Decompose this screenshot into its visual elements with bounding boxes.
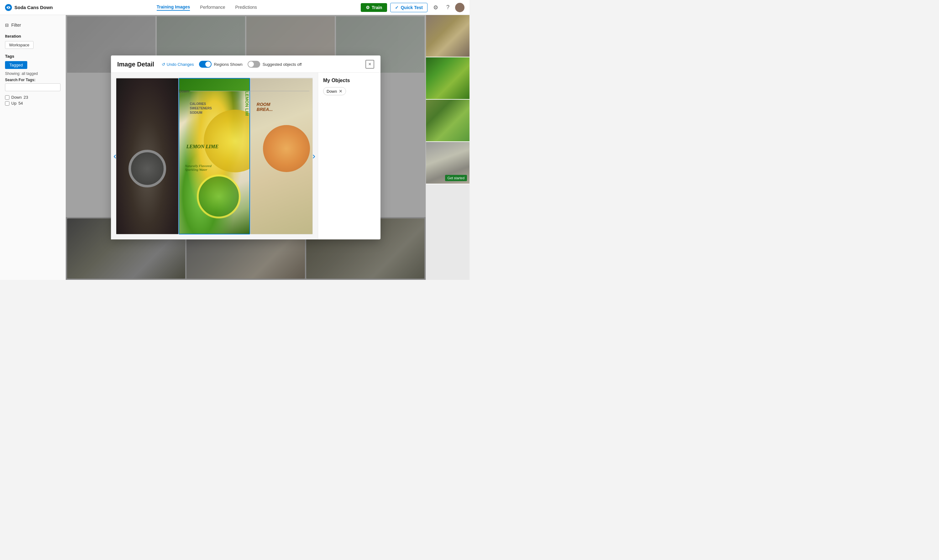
modal-overlay: Image Detail ↺ Undo Changes Regions Show…: [66, 15, 426, 280]
topnav: Soda Cans Down Training Images Performan…: [0, 0, 469, 15]
image-strip: CALORIESSWEETENERSSODIUM LEMON LIME Natu…: [116, 78, 313, 234]
avatar[interactable]: [455, 3, 465, 12]
filter-section[interactable]: ⊟ Filter: [0, 20, 66, 30]
modal-header: Image Detail ↺ Undo Changes Regions Show…: [111, 55, 380, 73]
modal-body: ‹ Down: [111, 73, 380, 239]
suggested-objects-label: Suggested objects off: [263, 62, 302, 67]
tag-label-up: Up: [11, 101, 17, 106]
image-center: CALORIESSWEETENERSSODIUM LEMON LIME Natu…: [179, 78, 250, 234]
image-detail-modal: Image Detail ↺ Undo Changes Regions Show…: [111, 55, 380, 239]
tag-count-up: 54: [18, 101, 23, 106]
image-viewer: Down: [116, 78, 313, 234]
region-label-down: Down: [179, 89, 309, 93]
tag-label-down: Down: [11, 95, 22, 100]
my-objects-panel: My Objects Down ✕: [318, 73, 380, 239]
search-tags-label: Search For Tags:: [5, 78, 60, 82]
modal-image-area: ‹ Down: [111, 73, 318, 239]
help-button[interactable]: ?: [444, 3, 452, 12]
modal-title: Image Detail: [117, 61, 154, 68]
topnav-actions: ⚙ Train ✓ Quick Test ⚙ ?: [361, 3, 465, 12]
right-thumb-1[interactable]: [426, 15, 469, 57]
tab-performance[interactable]: Performance: [200, 5, 225, 10]
objects-panel-title: My Objects: [323, 78, 376, 83]
tagged-button[interactable]: Tagged: [5, 61, 27, 69]
suggested-objects-toggle[interactable]: [248, 61, 260, 68]
object-tag-label: Down: [326, 89, 337, 94]
right-thumb-2[interactable]: [426, 57, 469, 100]
svg-point-1: [8, 7, 9, 8]
content-area: Image Detail ↺ Undo Changes Regions Show…: [66, 15, 426, 280]
get-started-button[interactable]: Get started: [445, 175, 467, 181]
tag-checkbox-down[interactable]: [5, 95, 9, 100]
filter-icon: ⊟: [5, 23, 9, 28]
workspace-button[interactable]: Workspace: [5, 41, 34, 49]
next-image-button[interactable]: ›: [310, 149, 318, 163]
app-logo: Soda Cans Down: [5, 4, 53, 11]
tag-item-up: Up 54: [5, 100, 60, 106]
regions-shown-label: Regions Shown: [214, 62, 243, 67]
image-right: ROOMBREA...: [250, 78, 313, 234]
undo-icon: ↺: [162, 62, 165, 67]
suggested-objects-toggle-group: Suggested objects off: [248, 61, 302, 68]
topnav-links: Training Images Performance Predictions: [57, 5, 357, 11]
regions-shown-toggle[interactable]: [199, 61, 212, 68]
sidebar: ⊟ Filter Iteration Workspace Tags Tagged…: [0, 15, 66, 280]
train-button[interactable]: ⚙ Train: [361, 3, 387, 12]
prev-image-button[interactable]: ‹: [111, 149, 119, 163]
object-tag-down[interactable]: Down ✕: [323, 87, 346, 95]
iteration-section: Iteration Workspace: [0, 30, 66, 50]
tab-predictions[interactable]: Predictions: [235, 5, 257, 10]
tab-training-images[interactable]: Training Images: [157, 5, 190, 11]
iteration-label: Iteration: [5, 34, 60, 38]
main-layout: ⊟ Filter Iteration Workspace Tags Tagged…: [0, 15, 469, 280]
right-thumb-3[interactable]: [426, 100, 469, 142]
tag-count-down: 23: [23, 95, 28, 100]
tags-label: Tags: [5, 54, 60, 58]
search-tags-input[interactable]: [5, 83, 60, 91]
quicktest-button[interactable]: ✓ Quick Test: [390, 3, 428, 12]
showing-label: Showing: all tagged: [5, 71, 60, 76]
modal-close-button[interactable]: ×: [365, 60, 374, 69]
regions-shown-toggle-group: Regions Shown: [199, 61, 243, 68]
right-thumbnails-panel: Get started: [426, 15, 469, 280]
right-thumb-4[interactable]: Get started: [426, 142, 469, 184]
undo-changes-button[interactable]: ↺ Undo Changes: [162, 62, 194, 67]
gear-icon: ⚙: [366, 5, 370, 10]
logo-icon: [5, 4, 12, 11]
tag-checkbox-up[interactable]: [5, 101, 9, 106]
app-title: Soda Cans Down: [14, 5, 53, 10]
check-icon: ✓: [395, 5, 399, 10]
image-left: [116, 78, 179, 234]
settings-button[interactable]: ⚙: [431, 3, 441, 12]
tags-section: Tags Tagged Showing: all tagged Search F…: [0, 50, 66, 108]
object-tag-remove[interactable]: ✕: [339, 89, 343, 94]
tag-item-down: Down 23: [5, 94, 60, 100]
